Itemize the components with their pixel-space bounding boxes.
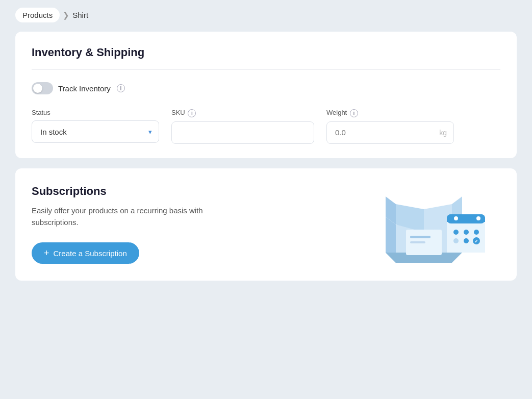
svg-point-19 (464, 238, 469, 243)
weight-unit-label: kg (439, 129, 447, 137)
svg-point-22 (454, 216, 458, 220)
weight-info-icon[interactable]: i (350, 109, 358, 117)
track-inventory-row: Track Inventory i (32, 82, 500, 94)
toggle-thumb (33, 84, 42, 93)
subscriptions-title: Subscriptions (32, 185, 373, 198)
subscription-image: ✓ (381, 184, 493, 265)
create-subscription-label: Create a Subscription (54, 249, 127, 258)
inventory-shipping-card: Inventory & Shipping Track Inventory i S… (15, 32, 517, 158)
breadcrumb-current-page: Shirt (72, 11, 88, 19)
card-divider (32, 69, 500, 70)
sku-input[interactable] (171, 121, 314, 144)
status-label: Status (32, 109, 159, 116)
svg-rect-9 (410, 236, 430, 238)
track-inventory-toggle[interactable] (32, 82, 53, 94)
svg-text:✓: ✓ (474, 239, 478, 244)
inventory-fields-row: Status In stock Out of stock On backorde… (32, 109, 500, 144)
plus-icon: + (44, 248, 49, 258)
svg-rect-10 (410, 241, 425, 243)
svg-point-17 (474, 230, 479, 235)
status-select-wrapper: In stock Out of stock On backorder ▾ (32, 120, 159, 143)
weight-input[interactable] (326, 121, 454, 144)
status-field-group: Status In stock Out of stock On backorde… (32, 109, 159, 143)
weight-field-group: Weight i kg (326, 109, 454, 144)
inventory-shipping-title: Inventory & Shipping (32, 46, 500, 59)
create-subscription-button[interactable]: + Create a Subscription (32, 242, 139, 264)
svg-point-16 (464, 230, 469, 235)
sku-info-icon[interactable]: i (188, 109, 196, 117)
subscriptions-content: Subscriptions Easily offer your products… (32, 185, 373, 264)
weight-input-wrapper: kg (326, 121, 454, 144)
toggle-track (32, 82, 53, 94)
svg-point-15 (453, 230, 459, 235)
track-inventory-info-icon[interactable]: i (117, 84, 125, 92)
sku-label: SKU i (171, 109, 314, 117)
sku-field-group: SKU i (171, 109, 314, 144)
svg-point-18 (453, 238, 459, 243)
svg-point-23 (476, 216, 480, 220)
subscriptions-card: Subscriptions Easily offer your products… (15, 168, 517, 281)
svg-rect-13 (447, 222, 485, 253)
track-inventory-label: Track Inventory (58, 84, 111, 93)
subscriptions-illustration: ✓ (373, 184, 500, 265)
status-select[interactable]: In stock Out of stock On backorder (32, 120, 159, 143)
breadcrumb: Products ❯ Shirt (15, 8, 517, 22)
subscriptions-description: Easily offer your products on a recurrin… (32, 205, 225, 228)
chevron-right-icon: ❯ (63, 11, 69, 20)
breadcrumb-products[interactable]: Products (15, 8, 60, 22)
weight-label: Weight i (326, 109, 454, 117)
